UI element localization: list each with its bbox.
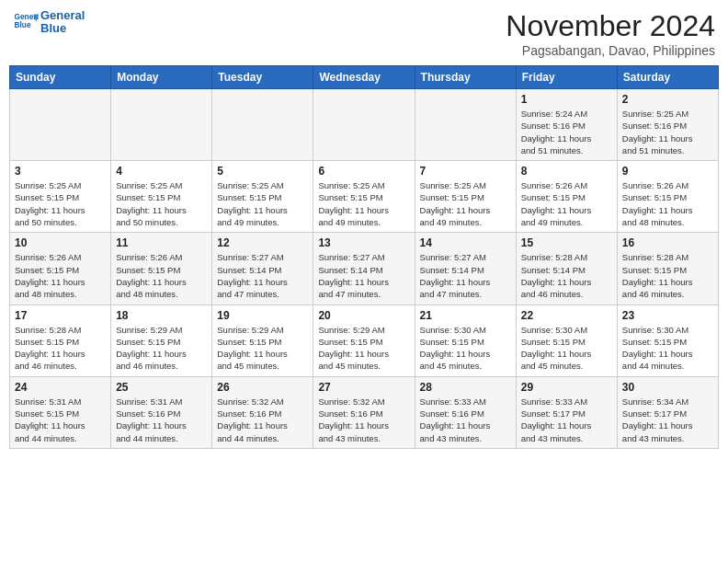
calendar-cell: 2Sunrise: 5:25 AM Sunset: 5:16 PM Daylig… [617,89,718,161]
calendar-cell: 8Sunrise: 5:26 AM Sunset: 5:15 PM Daylig… [516,161,617,233]
day-info: Sunrise: 5:29 AM Sunset: 5:15 PM Dayligh… [318,324,409,373]
day-info: Sunrise: 5:33 AM Sunset: 5:16 PM Dayligh… [420,396,511,444]
calendar-cell: 10Sunrise: 5:26 AM Sunset: 5:15 PM Dayli… [10,233,111,304]
calendar-cell: 29Sunrise: 5:33 AM Sunset: 5:17 PM Dayli… [516,376,617,448]
day-info: Sunrise: 5:27 AM Sunset: 5:14 PM Dayligh… [420,251,511,300]
day-info: Sunrise: 5:27 AM Sunset: 5:14 PM Dayligh… [217,251,308,300]
column-header-monday: Monday [111,66,212,89]
calendar-cell: 19Sunrise: 5:29 AM Sunset: 5:15 PM Dayli… [212,304,313,376]
calendar-cell: 21Sunrise: 5:30 AM Sunset: 5:15 PM Dayli… [415,304,516,376]
logo-icon: General Blue [13,9,39,35]
day-number: 1 [521,93,612,106]
day-info: Sunrise: 5:25 AM Sunset: 5:15 PM Dayligh… [15,179,106,228]
day-number: 5 [217,165,308,178]
calendar-week-row: 1Sunrise: 5:24 AM Sunset: 5:16 PM Daylig… [10,89,719,161]
calendar-week-row: 17Sunrise: 5:28 AM Sunset: 5:15 PM Dayli… [10,304,719,376]
day-info: Sunrise: 5:29 AM Sunset: 5:15 PM Dayligh… [116,324,207,373]
column-header-sunday: Sunday [10,66,111,89]
calendar-cell: 13Sunrise: 5:27 AM Sunset: 5:14 PM Dayli… [313,233,415,304]
day-info: Sunrise: 5:30 AM Sunset: 5:15 PM Dayligh… [622,324,713,373]
day-info: Sunrise: 5:25 AM Sunset: 5:15 PM Dayligh… [318,179,409,228]
calendar-cell: 18Sunrise: 5:29 AM Sunset: 5:15 PM Dayli… [111,304,212,376]
calendar-cell [10,89,111,161]
day-number: 4 [116,165,207,178]
calendar-week-row: 24Sunrise: 5:31 AM Sunset: 5:15 PM Dayli… [10,376,719,448]
calendar-cell: 3Sunrise: 5:25 AM Sunset: 5:15 PM Daylig… [10,161,111,233]
calendar-table: SundayMondayTuesdayWednesdayThursdayFrid… [9,65,719,449]
day-number: 15 [521,236,612,249]
day-number: 20 [318,309,409,322]
logo-text: General Blue [40,9,85,36]
day-info: Sunrise: 5:26 AM Sunset: 5:15 PM Dayligh… [15,251,106,300]
calendar-cell: 7Sunrise: 5:25 AM Sunset: 5:15 PM Daylig… [415,161,516,233]
calendar-cell: 9Sunrise: 5:26 AM Sunset: 5:15 PM Daylig… [617,161,718,233]
day-number: 2 [622,93,713,106]
day-info: Sunrise: 5:25 AM Sunset: 5:15 PM Dayligh… [116,179,207,228]
day-number: 12 [217,236,308,249]
day-number: 7 [420,165,511,178]
day-number: 11 [116,236,207,249]
day-number: 9 [622,165,713,178]
day-info: Sunrise: 5:28 AM Sunset: 5:15 PM Dayligh… [622,251,713,300]
logo-line1: General [40,8,85,22]
day-number: 8 [521,165,612,178]
column-header-saturday: Saturday [617,66,718,89]
day-number: 27 [318,381,409,394]
calendar-cell [212,89,313,161]
month-year: November 2024 [506,9,715,43]
day-info: Sunrise: 5:26 AM Sunset: 5:15 PM Dayligh… [622,179,713,228]
calendar-cell: 12Sunrise: 5:27 AM Sunset: 5:14 PM Dayli… [212,233,313,304]
calendar-header-row: SundayMondayTuesdayWednesdayThursdayFrid… [10,66,719,89]
day-info: Sunrise: 5:28 AM Sunset: 5:15 PM Dayligh… [15,324,106,373]
column-header-wednesday: Wednesday [313,66,415,89]
day-number: 13 [318,236,409,249]
logo: General Blue General Blue [13,9,85,36]
day-number: 30 [622,381,713,394]
day-info: Sunrise: 5:25 AM Sunset: 5:15 PM Dayligh… [217,179,308,228]
column-header-tuesday: Tuesday [212,66,313,89]
day-number: 17 [15,309,106,322]
day-info: Sunrise: 5:25 AM Sunset: 5:15 PM Dayligh… [420,179,511,228]
day-info: Sunrise: 5:29 AM Sunset: 5:15 PM Dayligh… [217,324,308,373]
day-number: 3 [15,165,106,178]
calendar-cell: 20Sunrise: 5:29 AM Sunset: 5:15 PM Dayli… [313,304,415,376]
calendar-week-row: 10Sunrise: 5:26 AM Sunset: 5:15 PM Dayli… [10,233,719,304]
day-info: Sunrise: 5:27 AM Sunset: 5:14 PM Dayligh… [318,251,409,300]
column-header-thursday: Thursday [415,66,516,89]
day-info: Sunrise: 5:26 AM Sunset: 5:15 PM Dayligh… [116,251,207,300]
logo-line2: Blue [40,21,66,35]
day-info: Sunrise: 5:30 AM Sunset: 5:15 PM Dayligh… [521,324,612,373]
calendar-cell: 23Sunrise: 5:30 AM Sunset: 5:15 PM Dayli… [617,304,718,376]
page-header: General Blue General Blue November 2024 … [9,9,719,58]
calendar-cell: 5Sunrise: 5:25 AM Sunset: 5:15 PM Daylig… [212,161,313,233]
day-info: Sunrise: 5:24 AM Sunset: 5:16 PM Dayligh… [521,108,612,156]
calendar-cell: 14Sunrise: 5:27 AM Sunset: 5:14 PM Dayli… [415,233,516,304]
day-info: Sunrise: 5:30 AM Sunset: 5:15 PM Dayligh… [420,324,511,373]
calendar-cell: 27Sunrise: 5:32 AM Sunset: 5:16 PM Dayli… [313,376,415,448]
calendar-cell: 26Sunrise: 5:32 AM Sunset: 5:16 PM Dayli… [212,376,313,448]
day-info: Sunrise: 5:31 AM Sunset: 5:16 PM Dayligh… [116,396,207,444]
day-info: Sunrise: 5:32 AM Sunset: 5:16 PM Dayligh… [318,396,409,444]
calendar-cell: 6Sunrise: 5:25 AM Sunset: 5:15 PM Daylig… [313,161,415,233]
calendar-cell [415,89,516,161]
day-number: 28 [420,381,511,394]
svg-text:Blue: Blue [14,20,30,29]
day-number: 23 [622,309,713,322]
calendar-week-row: 3Sunrise: 5:25 AM Sunset: 5:15 PM Daylig… [10,161,719,233]
calendar-cell [313,89,415,161]
calendar-cell: 28Sunrise: 5:33 AM Sunset: 5:16 PM Dayli… [415,376,516,448]
calendar-cell: 25Sunrise: 5:31 AM Sunset: 5:16 PM Dayli… [111,376,212,448]
title-block: November 2024 Pagsabangan, Davao, Philip… [506,9,715,58]
calendar-cell: 15Sunrise: 5:28 AM Sunset: 5:14 PM Dayli… [516,233,617,304]
location: Pagsabangan, Davao, Philippines [506,43,715,58]
calendar-cell: 30Sunrise: 5:34 AM Sunset: 5:17 PM Dayli… [617,376,718,448]
calendar-cell: 17Sunrise: 5:28 AM Sunset: 5:15 PM Dayli… [10,304,111,376]
day-info: Sunrise: 5:32 AM Sunset: 5:16 PM Dayligh… [217,396,308,444]
calendar-cell: 22Sunrise: 5:30 AM Sunset: 5:15 PM Dayli… [516,304,617,376]
day-info: Sunrise: 5:31 AM Sunset: 5:15 PM Dayligh… [15,396,106,444]
day-number: 19 [217,309,308,322]
day-number: 6 [318,165,409,178]
day-info: Sunrise: 5:33 AM Sunset: 5:17 PM Dayligh… [521,396,612,444]
day-info: Sunrise: 5:26 AM Sunset: 5:15 PM Dayligh… [521,179,612,228]
day-info: Sunrise: 5:34 AM Sunset: 5:17 PM Dayligh… [622,396,713,444]
